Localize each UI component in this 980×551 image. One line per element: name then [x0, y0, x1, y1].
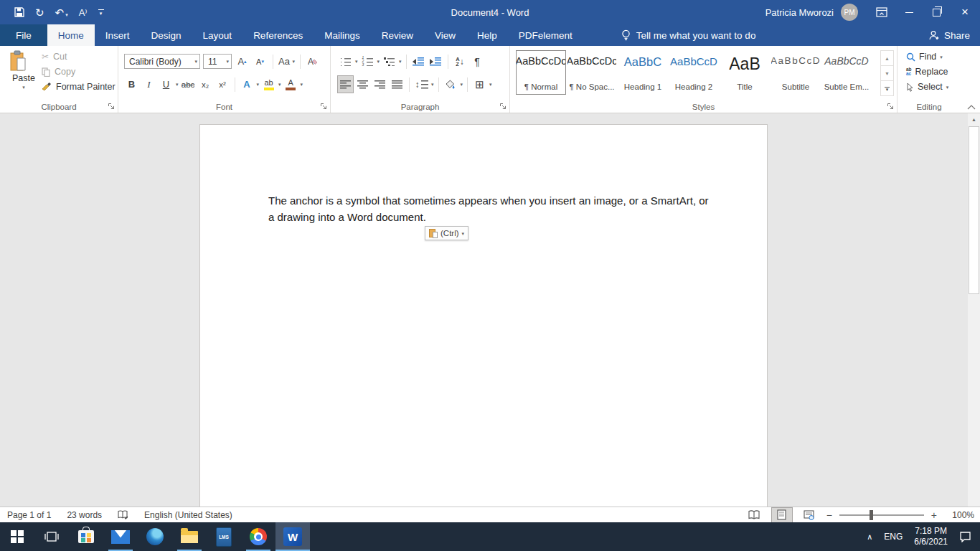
clear-formatting-button[interactable]: A [306, 53, 321, 70]
borders-button[interactable]: ⊞ [472, 76, 487, 93]
zoom-level[interactable]: 100% [944, 510, 974, 520]
clock[interactable]: 7:18 PM 6/6/2021 [914, 526, 948, 547]
change-case-button[interactable]: Aa ▾ [278, 53, 295, 70]
find-button[interactable]: Find ▾ [906, 52, 948, 62]
shading-dropdown-icon[interactable]: ▾ [461, 82, 463, 87]
read-mode-button[interactable] [745, 508, 765, 522]
paragraph-dialog-launcher-icon[interactable] [499, 103, 507, 110]
collapse-ribbon-icon[interactable] [967, 105, 976, 110]
underline-dropdown-icon[interactable]: ▾ [176, 82, 179, 87]
undo-dropdown-icon[interactable]: ▾ [65, 12, 68, 17]
zoom-in-button[interactable]: + [931, 509, 937, 521]
proofing-icon[interactable] [118, 510, 128, 519]
document-text[interactable]: The anchor is a symbol that sometimes ap… [268, 192, 717, 225]
numbering-button[interactable] [360, 53, 375, 70]
font-dialog-launcher-icon[interactable] [320, 103, 328, 110]
clipboard-dialog-launcher-icon[interactable] [108, 103, 116, 110]
start-button[interactable] [0, 522, 34, 551]
lms-app-button[interactable]: LMS [207, 522, 241, 551]
styles-more-icon[interactable]: ▾ [881, 81, 893, 95]
chrome-button[interactable] [241, 522, 275, 551]
style-heading2[interactable]: AaBbCcD Heading 2 [669, 50, 719, 95]
font-family-dropdown-icon[interactable]: ▾ [192, 59, 197, 64]
zoom-out-button[interactable]: − [826, 509, 832, 521]
edge-button[interactable] [138, 522, 172, 551]
restore-button[interactable] [923, 0, 950, 24]
tab-help[interactable]: Help [466, 24, 508, 46]
italic-button[interactable]: I [141, 76, 156, 93]
tray-expand-icon[interactable]: ∧ [867, 532, 872, 542]
zoom-slider[interactable] [839, 514, 924, 516]
text-effects-button[interactable]: A [240, 76, 255, 93]
tab-home[interactable]: Home [47, 24, 95, 46]
shading-button[interactable] [443, 76, 458, 93]
bullets-button[interactable] [338, 53, 353, 70]
multilevel-dropdown-icon[interactable]: ▾ [399, 59, 402, 64]
bold-button[interactable]: B [124, 76, 139, 93]
style-normal[interactable]: AaBbCcDc ¶ Normal [516, 50, 566, 95]
align-center-button[interactable] [355, 76, 370, 93]
word-taskbar-button[interactable]: W [275, 522, 310, 551]
highlight-button[interactable]: ab [261, 76, 276, 93]
paste-options-button[interactable]: (Ctrl) ▾ [425, 226, 468, 240]
tab-insert[interactable]: Insert [95, 24, 141, 46]
style-title[interactable]: AaB Title [720, 50, 770, 95]
word-count[interactable]: 23 words [67, 510, 102, 520]
styles-dialog-launcher-icon[interactable] [887, 103, 895, 110]
font-color-dropdown-icon[interactable]: ▾ [301, 82, 303, 87]
align-right-button[interactable] [372, 76, 387, 93]
underline-button[interactable]: U [159, 76, 174, 93]
close-button[interactable]: × [950, 0, 980, 24]
language-switcher[interactable]: ENG [884, 532, 903, 542]
tab-file[interactable]: File [0, 24, 47, 46]
repeat-icon[interactable]: ↻ [35, 7, 44, 18]
font-color-button[interactable]: A [283, 76, 298, 93]
language-indicator[interactable]: English (United States) [144, 510, 232, 520]
account-name[interactable]: Patricia Mworozi [765, 7, 834, 18]
decrease-indent-button[interactable] [411, 53, 426, 70]
style-no-spacing[interactable]: AaBbCcDc ¶ No Spac... [567, 50, 617, 95]
scrollbar-thumb[interactable] [969, 126, 979, 294]
styles-scroll-up-icon[interactable]: ▲ [881, 51, 893, 66]
highlight-dropdown-icon[interactable]: ▾ [278, 82, 281, 87]
zoom-slider-thumb[interactable] [870, 510, 873, 520]
tab-design[interactable]: Design [141, 24, 192, 46]
align-left-button[interactable] [338, 76, 353, 93]
scroll-up-icon[interactable]: ▲ [968, 113, 980, 125]
justify-button[interactable] [390, 76, 405, 93]
minimize-button[interactable] [895, 0, 923, 24]
task-view-button[interactable] [34, 522, 69, 551]
font-family-combo[interactable]: Calibri (Body) ▾ [124, 54, 200, 69]
sort-button[interactable]: AZ ↓ [453, 53, 468, 70]
paste-dropdown-icon[interactable]: ▾ [7, 85, 40, 90]
show-paragraph-marks-button[interactable]: ¶ [470, 53, 485, 70]
borders-dropdown-icon[interactable]: ▾ [489, 82, 492, 87]
style-subtle-emphasis[interactable]: AaBbCcD Subtle Em... [821, 50, 872, 95]
font-size-combo[interactable]: 11 ▾ [203, 54, 232, 69]
tab-review[interactable]: Review [371, 24, 424, 46]
replace-button[interactable]: abac Replace [906, 67, 948, 77]
grow-font-button[interactable]: A [235, 53, 250, 70]
format-painter-button[interactable]: Format Painter [42, 82, 116, 92]
select-dropdown-icon[interactable]: ▾ [946, 85, 949, 90]
superscript-button[interactable]: x² [215, 76, 230, 93]
style-heading1[interactable]: AaBbC Heading 1 [618, 50, 668, 95]
share-button[interactable]: Share [928, 24, 970, 46]
tab-mailings[interactable]: Mailings [314, 24, 371, 46]
tab-pdfelement[interactable]: PDFelement [508, 24, 583, 46]
tell-me-box[interactable]: Tell me what you want to do [611, 24, 767, 46]
avatar[interactable]: PM [841, 4, 858, 21]
bullets-dropdown-icon[interactable]: ▾ [355, 59, 358, 64]
text-effects-dropdown-icon[interactable]: ▾ [257, 82, 260, 87]
change-case-dropdown-icon[interactable]: ▾ [293, 59, 296, 64]
read-aloud-icon[interactable]: A⁾ [79, 8, 88, 17]
page-indicator[interactable]: Page 1 of 1 [7, 510, 51, 520]
action-center-icon[interactable] [959, 531, 971, 542]
numbering-dropdown-icon[interactable]: ▾ [377, 59, 380, 64]
vertical-scrollbar[interactable]: ▲ [968, 113, 980, 507]
line-spacing-dropdown-icon[interactable]: ▾ [431, 82, 434, 87]
file-explorer-button[interactable] [172, 522, 207, 551]
save-icon[interactable] [14, 7, 24, 17]
find-dropdown-icon[interactable]: ▾ [940, 55, 943, 60]
paste-button[interactable]: Paste ▾ [7, 50, 40, 90]
